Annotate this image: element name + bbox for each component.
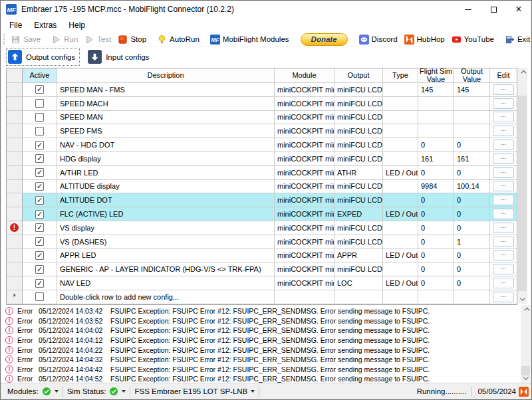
active-checkbox[interactable]: ✓ bbox=[35, 141, 44, 150]
output-cell[interactable]: miniFCU LCD bbox=[334, 193, 383, 207]
type-cell[interactable]: LED / Output bbox=[383, 276, 418, 290]
active-checkbox[interactable] bbox=[35, 99, 44, 108]
row-header-cell[interactable] bbox=[7, 152, 23, 166]
output-cell[interactable]: miniFCU LCD bbox=[334, 180, 383, 194]
youtube-button[interactable]: YouTube bbox=[448, 33, 497, 46]
type-cell[interactable]: LED / Output bbox=[383, 249, 418, 263]
edit-config-button[interactable]: ... bbox=[493, 84, 514, 95]
save-button[interactable]: Save bbox=[7, 33, 44, 46]
log-entry[interactable]: !Error05/12/2024 14:04:32FSUIPC Exceptio… bbox=[3, 355, 520, 365]
edit-config-button[interactable]: ... bbox=[493, 153, 514, 164]
output-cell[interactable]: EXPED bbox=[334, 207, 383, 221]
maximize-button[interactable] bbox=[481, 1, 506, 18]
output-value-cell[interactable]: 0 bbox=[454, 262, 490, 276]
description-cell[interactable]: SPEED MAN - FMS bbox=[57, 83, 275, 97]
description-cell[interactable]: SPEED FMS bbox=[57, 124, 275, 138]
output-cell[interactable] bbox=[334, 290, 383, 304]
output-cell[interactable]: miniFCU LCD bbox=[334, 221, 383, 235]
discord-button[interactable]: Discord bbox=[356, 33, 401, 46]
log-entry[interactable]: !Error05/12/2024 14:04:22FSUIPC Exceptio… bbox=[3, 345, 520, 355]
scroll-down-icon[interactable] bbox=[517, 294, 527, 304]
module-cell[interactable]: miniCOCKPIT miniFCU bbox=[275, 193, 334, 207]
module-cell[interactable]: miniCOCKPIT miniFCU bbox=[275, 180, 334, 194]
flight-sim-value-cell[interactable] bbox=[418, 290, 454, 304]
column-header-output[interactable]: Output bbox=[334, 68, 383, 83]
edit-config-button[interactable]: ... bbox=[493, 278, 514, 288]
output-value-cell[interactable]: 100.14 bbox=[454, 180, 490, 194]
edit-config-button[interactable]: ... bbox=[493, 264, 514, 274]
row-header-cell[interactable]: ! bbox=[7, 221, 23, 235]
close-button[interactable]: × bbox=[506, 1, 531, 18]
column-header-output-value[interactable]: Output Value bbox=[454, 68, 490, 83]
module-cell[interactable]: miniCOCKPIT miniFCU bbox=[275, 97, 334, 111]
flight-sim-value-cell[interactable]: 0 bbox=[418, 235, 454, 249]
description-cell[interactable]: HDG display bbox=[57, 152, 275, 166]
flight-sim-value-cell[interactable]: 9984 bbox=[418, 180, 454, 194]
edit-config-button[interactable]: ... bbox=[493, 167, 514, 178]
type-cell[interactable] bbox=[383, 180, 418, 194]
flight-sim-value-cell[interactable]: 0 bbox=[418, 276, 454, 290]
description-cell[interactable]: SPEED MAN bbox=[57, 111, 275, 125]
type-cell[interactable] bbox=[383, 221, 418, 235]
description-cell[interactable]: ALTITUDE display bbox=[57, 180, 275, 194]
scroll-up-icon[interactable] bbox=[517, 68, 527, 78]
menu-help[interactable]: Help bbox=[63, 19, 91, 31]
column-header-module[interactable]: Module bbox=[275, 68, 334, 83]
stop-button[interactable]: Stop bbox=[114, 33, 150, 46]
flight-sim-value-cell[interactable]: 0 bbox=[418, 166, 454, 180]
active-checkbox[interactable]: ✓ bbox=[35, 237, 44, 246]
output-value-cell[interactable]: 161 bbox=[454, 152, 490, 166]
module-cell[interactable]: miniCOCKPIT miniFCU bbox=[275, 124, 334, 138]
flight-sim-value-cell[interactable] bbox=[418, 97, 454, 111]
row-header-cell[interactable] bbox=[7, 180, 23, 194]
active-checkbox[interactable] bbox=[35, 292, 44, 301]
type-cell[interactable] bbox=[383, 262, 418, 276]
row-header-cell[interactable] bbox=[7, 138, 23, 152]
active-checkbox[interactable] bbox=[35, 113, 44, 122]
log-entry[interactable]: !Error05/12/2024 14:04:52FSUIPC Exceptio… bbox=[3, 374, 520, 383]
active-checkbox[interactable]: ✓ bbox=[35, 223, 44, 232]
edit-config-button[interactable]: ... bbox=[493, 237, 514, 247]
mobiflight-modules-button[interactable]: MF MobiFlight Modules bbox=[207, 33, 293, 46]
output-cell[interactable]: miniFCU LCD bbox=[334, 138, 383, 152]
module-cell[interactable]: miniCOCKPIT miniFCU bbox=[275, 111, 334, 125]
edit-config-button[interactable]: ... bbox=[493, 250, 514, 260]
output-cell[interactable]: miniFCU LCD bbox=[334, 262, 383, 276]
output-cell[interactable]: miniFCU LCD bbox=[334, 111, 383, 125]
edit-config-button[interactable]: ... bbox=[493, 112, 514, 122]
column-header-description[interactable]: Description bbox=[57, 68, 275, 83]
active-checkbox[interactable]: ✓ bbox=[35, 154, 44, 163]
row-header-cell[interactable]: * bbox=[7, 290, 23, 304]
active-checkbox[interactable]: ✓ bbox=[35, 265, 44, 274]
type-cell[interactable] bbox=[383, 152, 418, 166]
edit-config-button[interactable]: ... bbox=[493, 292, 514, 302]
type-cell[interactable] bbox=[383, 290, 418, 304]
active-checkbox[interactable]: ✓ bbox=[35, 210, 44, 219]
output-value-cell[interactable] bbox=[454, 124, 490, 138]
tab-output-configs[interactable]: Output configs bbox=[6, 48, 80, 66]
type-cell[interactable] bbox=[383, 97, 418, 111]
module-cell[interactable]: miniCOCKPIT miniFCU bbox=[275, 83, 334, 97]
type-cell[interactable] bbox=[383, 83, 418, 97]
column-header-type[interactable]: Type bbox=[383, 68, 418, 83]
type-cell[interactable] bbox=[383, 111, 418, 125]
column-header-active[interactable]: Active bbox=[23, 68, 57, 83]
log-entry[interactable]: !Error05/12/2024 14:04:02FSUIPC Exceptio… bbox=[3, 326, 520, 336]
flight-sim-value-cell[interactable]: 145 bbox=[418, 83, 454, 97]
module-cell[interactable]: miniCOCKPIT miniFCU bbox=[275, 152, 334, 166]
flight-sim-value-cell[interactable]: 0 bbox=[418, 262, 454, 276]
output-value-cell[interactable] bbox=[454, 290, 490, 304]
output-cell[interactable]: miniFCU LCD bbox=[334, 235, 383, 249]
module-cell[interactable]: miniCOCKPIT miniFCU bbox=[275, 249, 334, 263]
column-header-edit[interactable]: Edit bbox=[490, 68, 517, 83]
log-entry[interactable]: !Error05/12/2024 14:04:12FSUIPC Exceptio… bbox=[3, 336, 520, 346]
description-cell[interactable]: APPR LED bbox=[57, 249, 275, 263]
module-cell[interactable]: miniCOCKPIT miniFCU bbox=[275, 221, 334, 235]
output-value-cell[interactable]: 0 bbox=[454, 249, 490, 263]
sim-status[interactable]: Sim Status: bbox=[63, 383, 130, 399]
output-value-cell[interactable] bbox=[454, 97, 490, 111]
log-entry[interactable]: !Error05/12/2024 14:03:42FSUIPC Exceptio… bbox=[3, 306, 520, 316]
description-cell[interactable]: VS display bbox=[57, 221, 275, 235]
flight-sim-value-cell[interactable]: 0 bbox=[418, 249, 454, 263]
row-header-cell[interactable] bbox=[7, 262, 23, 276]
